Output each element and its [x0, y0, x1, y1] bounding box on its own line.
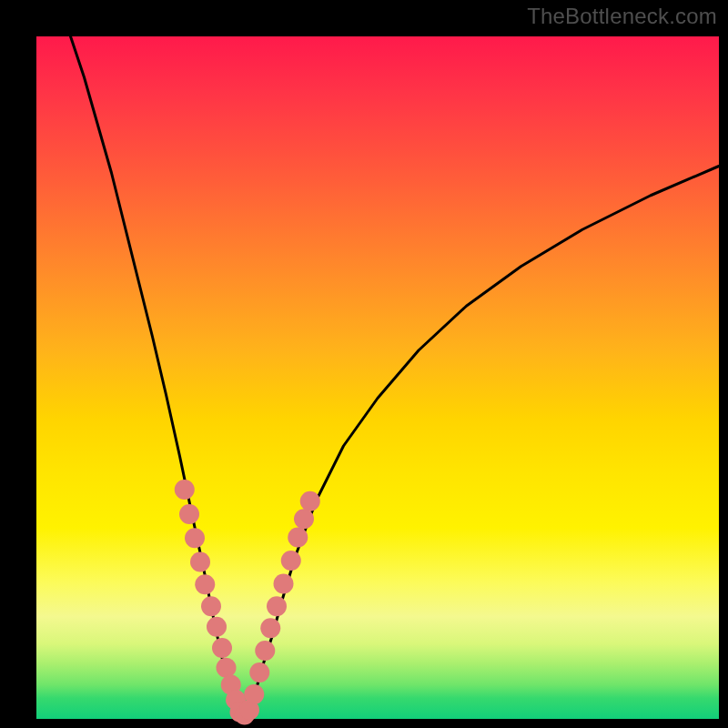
marker-dot	[207, 617, 227, 637]
marker-dot	[267, 596, 287, 616]
marker-dot	[217, 658, 237, 678]
marker-dot	[190, 552, 210, 572]
marker-dot	[244, 684, 264, 704]
marker-dot	[249, 662, 269, 682]
marker-dot	[255, 641, 275, 661]
chart-frame: TheBottleneck.com	[0, 0, 728, 728]
marker-dot	[185, 528, 205, 548]
curve-lines	[71, 36, 720, 717]
marker-dot	[300, 491, 320, 511]
marker-dot	[195, 574, 215, 594]
marker-dot	[201, 596, 221, 616]
series-right-arm	[241, 167, 719, 717]
marker-dot	[212, 638, 232, 658]
marker-dot	[175, 480, 195, 500]
chart-svg	[36, 36, 719, 719]
marker-dot	[274, 574, 294, 594]
marker-dots	[175, 480, 320, 725]
marker-dot	[294, 509, 314, 529]
marker-dot	[281, 551, 301, 571]
watermark-text: TheBottleneck.com	[527, 4, 717, 29]
marker-dot	[179, 504, 199, 524]
plot-area	[36, 36, 719, 719]
marker-dot	[260, 618, 280, 638]
marker-dot	[288, 528, 308, 548]
